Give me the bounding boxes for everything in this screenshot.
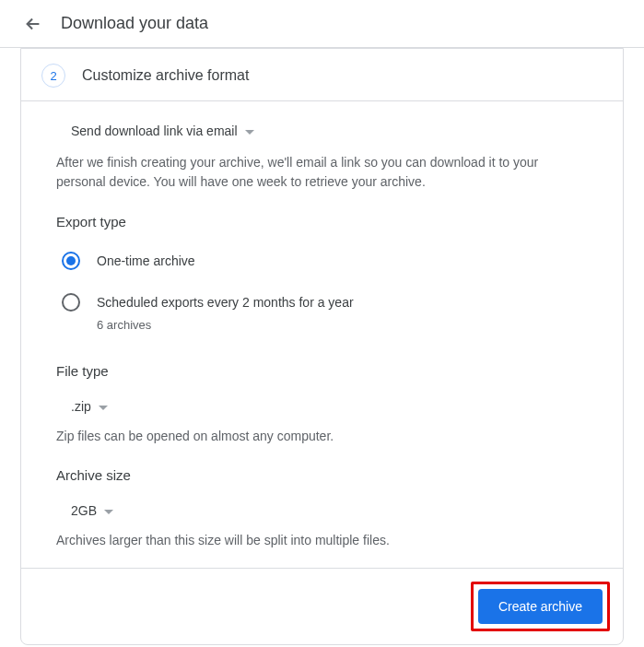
- step-number-badge: 2: [41, 64, 65, 88]
- delivery-method-selected: Send download link via email: [71, 124, 238, 138]
- back-arrow-icon[interactable]: [22, 13, 44, 35]
- highlight-box: Create archive: [471, 582, 610, 631]
- customize-panel: 2 Customize archive format Send download…: [20, 48, 624, 645]
- archive-size-help: Archives larger than this size will be s…: [56, 533, 588, 547]
- archive-size-title: Archive size: [56, 467, 588, 483]
- step-header: 2 Customize archive format: [21, 49, 623, 101]
- radio-label: One-time archive: [97, 252, 195, 271]
- create-archive-button[interactable]: Create archive: [478, 589, 603, 624]
- archive-size-dropdown[interactable]: 2GB: [56, 498, 117, 523]
- chevron-down-icon: [99, 399, 108, 414]
- step-title: Customize archive format: [82, 67, 249, 84]
- radio-sublabel: 6 archives: [97, 318, 354, 332]
- delivery-method-description: After we finish creating your archive, w…: [56, 153, 588, 192]
- panel-footer: Create archive: [21, 568, 623, 644]
- file-type-help: Zip files can be opened on almost any co…: [56, 429, 588, 443]
- radio-icon: [62, 252, 80, 270]
- file-type-selected: .zip: [71, 399, 91, 414]
- panel-content: Send download link via email After we fi…: [21, 101, 623, 547]
- page-title: Download your data: [61, 14, 208, 33]
- export-type-option-onetime[interactable]: One-time archive: [56, 244, 588, 278]
- export-type-option-scheduled[interactable]: Scheduled exports every 2 months for a y…: [56, 286, 588, 339]
- page-header: Download your data: [0, 0, 644, 48]
- file-type-title: File type: [56, 363, 588, 379]
- delivery-method-dropdown[interactable]: Send download link via email: [56, 118, 258, 144]
- export-type-title: Export type: [56, 214, 588, 229]
- chevron-down-icon: [104, 503, 113, 518]
- archive-size-selected: 2GB: [71, 503, 97, 518]
- file-type-dropdown[interactable]: .zip: [56, 394, 111, 419]
- radio-icon: [62, 293, 80, 312]
- radio-label: Scheduled exports every 2 months for a y…: [97, 293, 354, 312]
- chevron-down-icon: [245, 124, 254, 138]
